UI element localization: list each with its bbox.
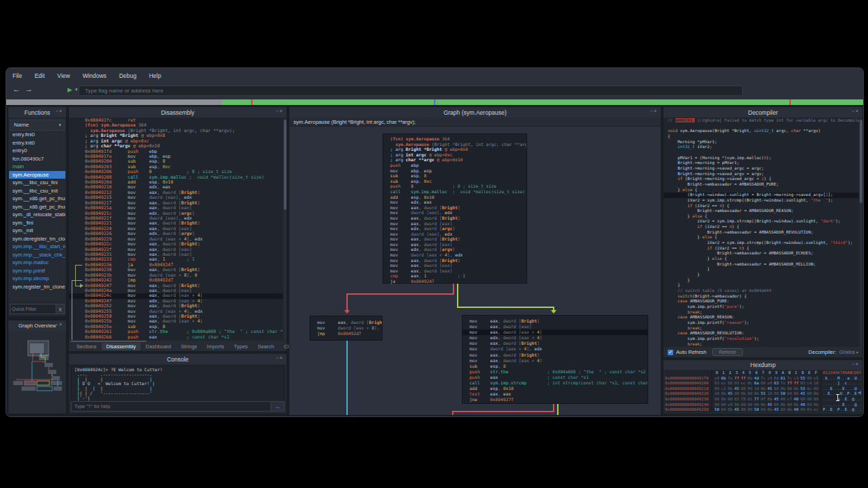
close-panel-icon[interactable]: × (280, 108, 284, 113)
hexdump-row[interactable]: 0x000000000804921089c28b450889108b45088b… (665, 387, 861, 392)
code-line[interactable]: break; (668, 310, 859, 316)
code-line[interactable]: Bright->ambassador = AMBASSADOR_ECHOES; (668, 251, 859, 257)
decompiler-engine-select[interactable]: Ghidra ▾ (839, 349, 858, 355)
function-list-item[interactable]: entry.fini0 (9, 131, 65, 139)
graph-block-false[interactable]: mov eax, dword [Bright]mov dword [eax + … (310, 316, 383, 341)
tab-types[interactable]: Types (229, 343, 252, 350)
graph-block-true[interactable]: mov eax, dword [Bright]mov eax, dword [e… (462, 315, 648, 404)
hexdump-row[interactable]: 0x000000000804925050048b45088950048b4508… (665, 407, 861, 412)
code-line[interactable] (668, 124, 859, 129)
function-list-item[interactable]: sym.imp.malloc (9, 259, 65, 267)
menu-file[interactable]: File (6, 68, 29, 79)
code-line[interactable]: mov dword [eax], edx (390, 210, 527, 215)
auto-refresh-checkbox[interactable]: ✓ (668, 350, 673, 355)
console-send-button[interactable]: → (271, 401, 284, 412)
function-list-item[interactable]: sym.register_tm_clones (9, 283, 65, 291)
code-line[interactable]: case AMBASSADOR_REVOLUTION: (668, 331, 859, 336)
code-line[interactable]: Bright->ambassador = AMBASSADOR_MILLION; (668, 262, 859, 268)
code-line[interactable]: sub esp, 8 (390, 173, 527, 179)
play-dropdown-chevron-icon[interactable]: ▾ (75, 87, 78, 92)
code-line[interactable]: iVar2 = sym.imp.strcmp((Bright->window).… (668, 241, 859, 246)
quick-filter-clear-button[interactable]: X (56, 304, 65, 314)
tab-strings[interactable]: Strings (176, 343, 202, 350)
function-list-item[interactable]: entry0 (9, 147, 65, 155)
function-list-item[interactable]: sym.deregister_tm_clones (9, 235, 65, 243)
code-line[interactable]: mov eax, dword [Bright] (469, 341, 648, 346)
tab-sections[interactable]: Sections (72, 343, 102, 350)
graph-block-entry[interactable]: (fcn) sym.Aeropause 364 sym.Aeropause (B… (383, 133, 527, 284)
function-list-item[interactable]: sym.imp.__libc_start_main (9, 243, 65, 251)
code-line[interactable]: ; arg int argc @ ebp+0xc (390, 152, 527, 158)
code-line[interactable]: mov eax, dword [eax] (390, 268, 527, 274)
code-line[interactable]: // WARNING: [r2ghidra] Failed to match t… (668, 118, 859, 124)
code-line[interactable]: } (668, 283, 859, 288)
function-list-item[interactable]: sym._dl_relocate_static_pie (9, 211, 65, 219)
search-input[interactable] (79, 86, 743, 96)
function-list-item[interactable]: main (9, 163, 65, 171)
code-line[interactable]: break; (668, 326, 859, 332)
code-line[interactable]: push ebp (390, 163, 527, 168)
code-line[interactable]: add esp, 0x10 (390, 195, 527, 200)
function-list-item[interactable]: sym.Aeropause (9, 171, 65, 179)
function-list-item[interactable]: sym._init (9, 227, 65, 235)
code-line[interactable]: if (iVar2 == 0) { (668, 204, 859, 209)
address-nav-bar[interactable] (6, 99, 863, 105)
code-line[interactable]: mov edx, dword [eax + 4] (469, 335, 648, 341)
code-line[interactable]: test eax, eax (469, 391, 648, 397)
function-list-item[interactable]: sym.imp.__stack_chk_fail (9, 251, 65, 259)
debug-play-icon[interactable]: ▶ (67, 86, 72, 93)
code-line[interactable]: mov eax, dword [eax + 4] (469, 358, 648, 364)
code-line[interactable]: mov eax, dword [eax] (390, 263, 527, 268)
back-arrow-icon[interactable]: ← (13, 85, 20, 93)
code-line[interactable]: mov edx, eax (390, 200, 527, 205)
code-line[interactable]: mov eax, dword [Bright] (469, 352, 648, 358)
refresh-button[interactable]: Refresh (712, 348, 744, 356)
code-line[interactable]: ; arg Bright *Bright @ ebp+0x8 (390, 147, 527, 152)
code-line[interactable]: mov edx, dword [argc] (390, 226, 527, 231)
close-panel-icon[interactable]: × (59, 108, 63, 113)
function-list-item[interactable]: sym.imp.strcmp (9, 275, 65, 283)
code-line[interactable]: call sym.imp.malloc ; void *malloc(size_… (390, 189, 527, 195)
code-line[interactable]: sub esp, 0xc (390, 179, 527, 184)
code-line[interactable]: call sym.imp.strcmp ; int strcmp(const c… (469, 380, 648, 386)
code-line[interactable]: sub esp, 8 (469, 364, 648, 369)
code-line[interactable] (668, 150, 859, 156)
menu-windows[interactable]: Windows (77, 68, 113, 79)
code-line[interactable]: ja 0x8049247 (390, 279, 527, 284)
code-line[interactable]: Morning *pMVar1; (668, 140, 859, 145)
code-line[interactable]: } else { (668, 214, 859, 220)
close-panel-icon[interactable]: × (59, 322, 63, 327)
code-line[interactable]: case AMBASSADOR_PURE: (668, 299, 859, 304)
close-panel-icon[interactable]: × (855, 108, 860, 113)
code-line[interactable]: iVar2 = sym.imp.strcmp((Bright->window).… (668, 198, 859, 204)
menu-edit[interactable]: Edit (29, 68, 51, 79)
code-line[interactable]: mov eax, dword [eax] (390, 221, 527, 227)
code-line[interactable]: ; arg char **argv @ ebp+0x10 (390, 157, 527, 163)
code-line[interactable]: sym.Aeropause (Bright *Bright, int argc,… (390, 142, 527, 147)
function-list-item[interactable]: sym.imp.printf (9, 267, 65, 275)
function-list-item[interactable]: sym.__libc_csu_fini (9, 179, 65, 187)
code-line[interactable]: Bright->ambassador = AMBASSADOR_REASON; (668, 209, 859, 214)
code-line[interactable]: (fcn) sym.Aeropause 364 (390, 136, 527, 142)
code-line[interactable]: mov dword [eax], edx (390, 231, 527, 237)
function-list-item[interactable]: fcn.080490c7 (9, 155, 65, 163)
tab-imports[interactable]: Imports (202, 343, 229, 350)
console-input[interactable] (71, 401, 275, 412)
code-line[interactable]: mov eax, dword [Bright] (390, 215, 527, 221)
code-line[interactable]: } (668, 278, 859, 284)
code-line[interactable]: mov edx, dword [argv] (390, 247, 527, 252)
hexdump-collapse-chevron-icon[interactable]: ◀ (858, 390, 861, 396)
code-line[interactable]: int32_t iVar2; (668, 145, 859, 150)
code-line[interactable]: Bright->ambassador = AMBASSADOR_PURE; (668, 182, 859, 188)
code-line[interactable]: if (Bright->morning->saved_argc < 2) { (668, 177, 859, 182)
code-line[interactable]: (Bright->window).sunlight = Bright->morn… (664, 193, 859, 198)
quick-filter-input[interactable] (10, 304, 60, 314)
code-line[interactable]: if (iVar2 == 0) { (668, 225, 859, 230)
graph-overview-minimap[interactable] (9, 331, 65, 413)
code-line[interactable]: } (668, 267, 859, 273)
code-line[interactable]: Bright->morning->saved_argc = argc; (668, 166, 859, 172)
code-line[interactable]: mov eax, dword [Bright] (390, 236, 527, 242)
code-line[interactable]: case AMBASSADOR_REASON: (668, 315, 859, 320)
function-list-item[interactable]: sym._fini (9, 219, 65, 227)
hexdump-row[interactable]: 0x00000000080492400000e9900000008b45088b… (665, 402, 861, 408)
